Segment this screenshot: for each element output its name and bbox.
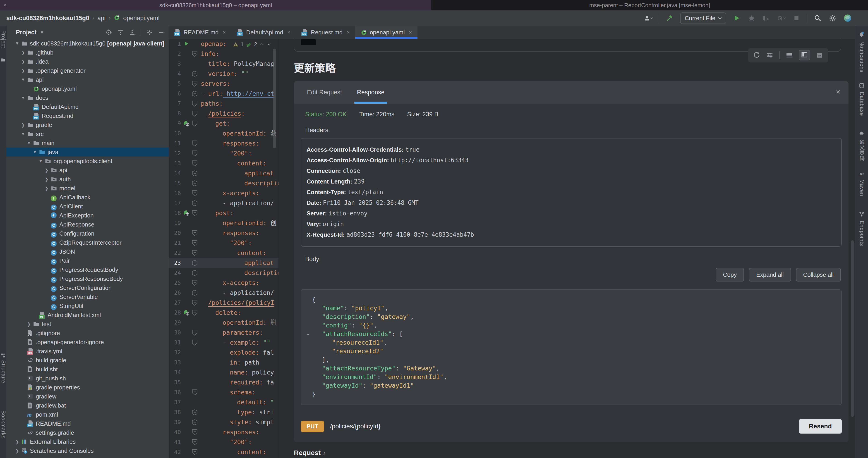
tree-item-java[interactable]: ▼java bbox=[6, 148, 169, 157]
chevron-right-icon[interactable]: ❯ bbox=[44, 186, 49, 191]
next-section-heading[interactable]: Request› bbox=[294, 449, 326, 457]
tree-item-.gitignore[interactable]: .gitignore bbox=[6, 329, 169, 338]
tree-item-.github[interactable]: ❯.github bbox=[6, 48, 169, 57]
fold-marker-icon[interactable] bbox=[192, 429, 198, 435]
expand-all-icon[interactable] bbox=[117, 29, 124, 36]
tree-item-DefaultApi.md[interactable]: MDDefaultApi.md bbox=[6, 102, 169, 111]
tree-item-ServerConfiguration[interactable]: CServerConfiguration bbox=[6, 283, 169, 292]
card-tab-response[interactable]: Response bbox=[355, 81, 386, 104]
tree-item-test[interactable]: ❯test bbox=[6, 320, 169, 329]
tree-item-ApiException[interactable]: ApiException bbox=[6, 211, 169, 220]
code-line-22[interactable]: 22content: bbox=[169, 248, 279, 258]
window-right-titlebar[interactable]: mse-parent – ReportController.java [mse-… bbox=[431, 0, 868, 10]
settings-gear-icon[interactable] bbox=[828, 13, 837, 23]
code-editor[interactable]: 1openap:122info:3title: PolicyManag4vers… bbox=[169, 39, 279, 458]
chevron-right-icon[interactable]: ❯ bbox=[44, 177, 49, 182]
run-configuration-select[interactable]: Current File bbox=[680, 12, 726, 24]
chevron-right-icon[interactable]: ❯ bbox=[26, 322, 32, 327]
fold-marker-icon[interactable] bbox=[192, 389, 198, 396]
tree-item-Configuration[interactable]: CConfiguration bbox=[6, 229, 169, 238]
fold-marker-icon[interactable] bbox=[192, 210, 198, 216]
chevron-right-icon[interactable]: ❯ bbox=[20, 59, 26, 64]
code-line-20[interactable]: 20responses: bbox=[169, 228, 279, 238]
chevron-down-icon[interactable]: ▼ bbox=[32, 150, 38, 155]
code-line-6[interactable]: 6- url: http://env-ct bbox=[169, 89, 279, 99]
fold-marker-icon[interactable] bbox=[192, 290, 198, 296]
code-line-29[interactable]: 29operationId: 删 bbox=[169, 318, 279, 328]
code-line-2[interactable]: 2info: bbox=[169, 49, 279, 59]
preview-scrollbar[interactable] bbox=[851, 240, 854, 417]
tree-item-api[interactable]: ▼api bbox=[6, 75, 169, 84]
fold-marker-icon[interactable] bbox=[192, 449, 198, 455]
tree-item-src[interactable]: ▼src bbox=[6, 129, 169, 138]
preview-only-view-icon[interactable] bbox=[816, 52, 823, 59]
chevron-down-icon[interactable]: ▼ bbox=[20, 95, 26, 100]
tree-item-settings.gradle[interactable]: settings.gradle bbox=[6, 428, 169, 437]
http-request-globe-icon[interactable] bbox=[183, 309, 190, 316]
code-line-27[interactable]: 27/policies/{policyI bbox=[169, 298, 279, 308]
tool-stripe-bookmarks[interactable]: Bookmarks bbox=[0, 411, 6, 438]
editor-tab-README.md[interactable]: MDREADME.md× bbox=[169, 26, 231, 39]
code-line-32[interactable]: 32explode: fal bbox=[169, 348, 279, 358]
code-line-5[interactable]: 5servers: bbox=[169, 79, 279, 89]
tree-item-ApiCallback[interactable]: IApiCallback bbox=[6, 193, 169, 202]
code-line-13[interactable]: 13content: bbox=[169, 158, 279, 168]
tree-item-ProgressRequestBody[interactable]: CProgressRequestBody bbox=[6, 265, 169, 274]
tree-item-main[interactable]: ▼main bbox=[6, 138, 169, 148]
code-line-36[interactable]: 36schema: bbox=[169, 387, 279, 397]
breadcrumb[interactable]: sdk-cu08326m1hkokaut15g0›api›openapi.yam… bbox=[6, 10, 160, 26]
code-line-30[interactable]: 30parameters: bbox=[169, 328, 279, 338]
tree-item-openapi.yaml[interactable]: openapi.yaml bbox=[6, 84, 169, 93]
project-panel-title[interactable]: Project bbox=[16, 29, 37, 36]
code-line-21[interactable]: 21"200": bbox=[169, 238, 279, 248]
fold-marker-icon[interactable] bbox=[192, 80, 198, 87]
collapse-all-button[interactable]: Collapse all bbox=[796, 268, 841, 282]
collapse-all-icon[interactable] bbox=[129, 29, 135, 36]
fold-marker-icon[interactable] bbox=[192, 51, 198, 57]
inspections-widget[interactable]: 12 bbox=[233, 39, 272, 49]
user-profile-icon[interactable] bbox=[644, 13, 653, 23]
tree-item-sdk-cu08326m1hkokaut15g0[interactable]: ▼sdk-cu08326m1hkokaut15g0 [openapi-java-… bbox=[6, 39, 169, 48]
fold-marker-icon[interactable] bbox=[192, 71, 198, 77]
tree-item-git_push.sh[interactable]: git_push.sh bbox=[6, 374, 169, 383]
fold-marker-icon[interactable] bbox=[192, 240, 198, 246]
tree-item-.idea[interactable]: ❯.idea bbox=[6, 57, 169, 66]
fold-marker-icon[interactable] bbox=[192, 270, 198, 276]
tree-item-ApiClient[interactable]: CApiClient bbox=[6, 202, 169, 211]
tool-stripe-database[interactable]: Database bbox=[855, 83, 868, 116]
run-button[interactable] bbox=[732, 13, 741, 23]
close-tab-icon[interactable]: × bbox=[287, 29, 290, 35]
code-line-16[interactable]: 16x-accepts: bbox=[169, 188, 279, 198]
tree-item-ServerVariable[interactable]: CServerVariable bbox=[6, 292, 169, 301]
build-hammer-icon[interactable] bbox=[665, 13, 674, 23]
json-fold-minus-icon[interactable]: - bbox=[304, 330, 312, 337]
code-line-17[interactable]: 17- application/ bbox=[169, 198, 279, 208]
tree-item-ApiResponse[interactable]: CApiResponse bbox=[6, 220, 169, 229]
tree-item-Request.md[interactable]: MDRequest.md bbox=[6, 111, 169, 120]
breadcrumb-item[interactable]: api bbox=[97, 15, 105, 22]
close-tab-icon[interactable]: × bbox=[409, 29, 412, 35]
hide-panel-icon[interactable] bbox=[158, 29, 164, 36]
fold-marker-icon[interactable] bbox=[192, 150, 198, 157]
tree-item-auth[interactable]: ❯auth bbox=[6, 175, 169, 184]
tree-item-gradlew.bat[interactable]: gradlew.bat bbox=[6, 401, 169, 410]
fold-marker-icon[interactable] bbox=[192, 250, 198, 256]
tree-item-api[interactable]: ❯api bbox=[6, 166, 169, 175]
close-card-icon[interactable]: × bbox=[836, 87, 840, 96]
code-line-19[interactable]: 19operationId: 创 bbox=[169, 218, 279, 228]
fold-marker-icon[interactable] bbox=[192, 409, 198, 416]
split-view-icon[interactable] bbox=[799, 50, 810, 60]
code-line-1[interactable]: 1openap:12 bbox=[169, 39, 279, 49]
fold-marker-icon[interactable] bbox=[192, 309, 198, 316]
fold-marker-icon[interactable] bbox=[192, 339, 198, 346]
fold-marker-icon[interactable] bbox=[192, 419, 198, 425]
tree-item-Scratches and Consoles[interactable]: ❯Scratches and Consoles bbox=[6, 446, 169, 455]
tree-item-AndroidManifest.xml[interactable]: MFAndroidManifest.xml bbox=[6, 310, 169, 320]
run-file-icon[interactable] bbox=[183, 40, 190, 47]
code-line-8[interactable]: 8/policies: bbox=[169, 109, 279, 119]
chevron-right-icon[interactable]: ❯ bbox=[20, 68, 26, 73]
panel-options-gear-icon[interactable] bbox=[146, 29, 153, 36]
tree-item-.travis.yml[interactable]: YML.travis.yml bbox=[6, 347, 169, 356]
chevron-down-icon[interactable]: ▼ bbox=[20, 131, 26, 136]
response-body-json[interactable]: { "name": "policy1", "description": "gat… bbox=[301, 289, 842, 405]
